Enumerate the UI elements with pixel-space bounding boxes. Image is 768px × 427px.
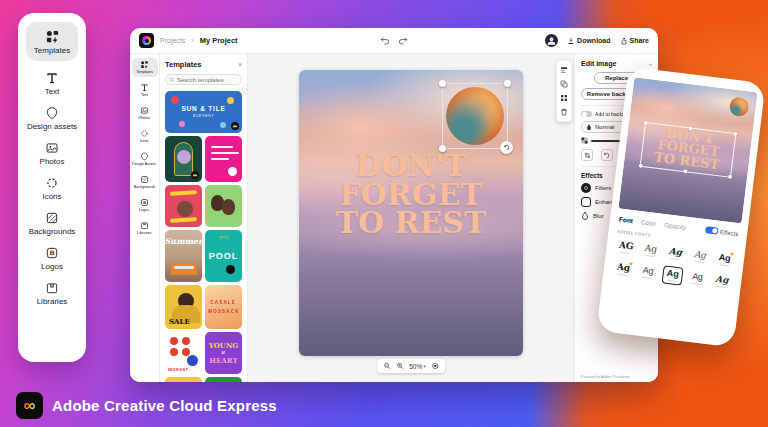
font-sample: AG [618, 241, 634, 252]
blur-icon [581, 211, 589, 221]
sidebar-item-icons[interactable]: Icons [42, 176, 61, 201]
template-card[interactable]: Summer [165, 230, 202, 282]
template-card[interactable]: YOUNG AT HEART [205, 332, 242, 374]
sidebar-item-templates[interactable]: Templates [26, 22, 78, 61]
font-tile[interactable]: Ag [710, 271, 733, 291]
font-tile-selected[interactable]: Ag [661, 265, 684, 285]
template-card[interactable]: BIG [165, 377, 202, 382]
logos-icon: B [140, 198, 149, 207]
template-card[interactable]: SUN & TILE NURSERY [165, 91, 242, 133]
libraries-icon [140, 221, 149, 230]
share-icon [620, 37, 628, 45]
selection-handle[interactable] [504, 80, 511, 87]
search-input[interactable] [177, 77, 237, 83]
artwork-text-line: TO REST [299, 209, 523, 238]
template-card[interactable] [205, 185, 242, 227]
zoom-level-dropdown[interactable]: 50% ▾ [409, 363, 426, 370]
fit-screen-icon[interactable] [431, 362, 439, 370]
align-grid-icon[interactable] [560, 94, 568, 102]
template-title: SUN & TILE [181, 105, 225, 113]
download-label: Download [577, 37, 610, 44]
sidebar-item-backgrounds[interactable]: Backgrounds [29, 211, 76, 236]
download-button[interactable]: Download [567, 37, 610, 45]
selection-handle[interactable] [688, 126, 692, 130]
delete-icon[interactable] [560, 108, 568, 116]
template-search[interactable] [165, 74, 242, 85]
sidebar-item-text[interactable]: Text [45, 71, 60, 96]
rail-item-backgrounds[interactable]: Backgrounds [132, 173, 158, 192]
selected-moon-element[interactable] [442, 83, 508, 149]
sidebar-item-libraries[interactable]: Libraries [37, 281, 68, 306]
template-card[interactable]: MIDNIGHT [165, 332, 202, 374]
template-title: SALE [169, 317, 190, 326]
undo-icon[interactable] [380, 36, 390, 45]
font-tile[interactable]: Ag [688, 246, 711, 266]
selection-handle[interactable] [439, 145, 446, 152]
template-title: YOUNG [209, 341, 239, 350]
layout-icon[interactable] [560, 66, 568, 74]
font-sample: Ag [715, 275, 729, 286]
card-art [170, 190, 197, 196]
artwork-text[interactable]: DON'T FORGET TO REST [299, 152, 523, 238]
template-title: Summer [165, 236, 202, 246]
editor-topbar: Projects › My Project Download Share [130, 28, 658, 54]
tab-opacity[interactable]: Opacity [664, 221, 687, 231]
template-card[interactable]: CASALE MOSSACK [205, 285, 242, 329]
font-tile[interactable]: Ag [637, 262, 660, 282]
share-button[interactable]: Share [620, 37, 649, 45]
add-to-background-toggle[interactable] [581, 111, 592, 117]
breadcrumb-projects[interactable]: Projects [160, 37, 185, 44]
zoom-out-icon[interactable] [383, 362, 391, 370]
selection-handle[interactable] [439, 80, 446, 87]
rotate-handle-icon[interactable] [500, 141, 513, 154]
close-icon[interactable]: × [238, 61, 242, 68]
font-tile[interactable]: Ag [686, 268, 709, 288]
panel-collapse-icon[interactable]: » [649, 61, 652, 67]
template-card[interactable] [165, 185, 202, 227]
template-card[interactable] [165, 136, 202, 182]
duplicate-icon[interactable] [560, 80, 568, 88]
crop-icon[interactable] [581, 149, 593, 161]
zoom-in-icon[interactable] [396, 362, 404, 370]
template-card[interactable]: JUICEMENU [205, 377, 242, 382]
rail-item-design-assets[interactable]: Design Assets [132, 150, 158, 169]
effects-toggle[interactable]: Effects [705, 226, 739, 237]
opacity-icon [581, 137, 588, 144]
artwork[interactable]: DON'T FORGET TO REST [299, 70, 523, 356]
selection-handle[interactable] [644, 121, 648, 125]
logos-icon: B [45, 246, 59, 260]
rail-item-icons[interactable]: Icons [132, 127, 158, 146]
canvas-area: DON'T FORGET TO REST [248, 54, 574, 382]
font-tile[interactable]: Ag [612, 259, 635, 279]
sidebar-item-photos[interactable]: Photos [40, 141, 65, 166]
rail-item-text[interactable]: Text [132, 81, 158, 100]
rail-item-label: Logos [139, 208, 149, 212]
svg-text:B: B [50, 250, 55, 256]
font-tile[interactable]: AG [615, 237, 638, 257]
rail-item-logos[interactable]: B Logos [132, 196, 158, 215]
card-art [227, 97, 234, 104]
sidebar-item-logos[interactable]: B Logos [41, 246, 63, 271]
blend-icon [586, 124, 592, 131]
redo-icon[interactable] [398, 36, 408, 45]
card-art [182, 337, 190, 345]
template-title: MIDNIGHT [168, 368, 188, 372]
rail-item-templates[interactable]: Templates [132, 58, 158, 77]
sidebar-item-design-assets[interactable]: Design assets [27, 106, 77, 131]
tab-font[interactable]: Font [619, 216, 634, 225]
edit-image-title: Edit image [581, 60, 616, 67]
font-tile[interactable]: Ag [639, 240, 662, 260]
rail-item-photos[interactable]: Photos [132, 104, 158, 123]
template-card[interactable]: SALE [165, 285, 202, 329]
breadcrumb-project-name[interactable]: My Project [200, 36, 238, 45]
tab-color[interactable]: Color [641, 218, 657, 227]
font-tile[interactable]: Ag [664, 243, 687, 263]
templates-panel-title: Templates [165, 60, 202, 69]
rotate-icon[interactable] [601, 149, 613, 161]
font-tile[interactable]: Ag [713, 249, 736, 269]
template-card[interactable] [205, 136, 242, 182]
template-card[interactable]: party POOL [205, 230, 242, 282]
user-avatar[interactable] [545, 34, 558, 47]
adobe-express-logo-icon[interactable] [139, 33, 154, 48]
rail-item-libraries[interactable]: Libraries [132, 219, 158, 238]
